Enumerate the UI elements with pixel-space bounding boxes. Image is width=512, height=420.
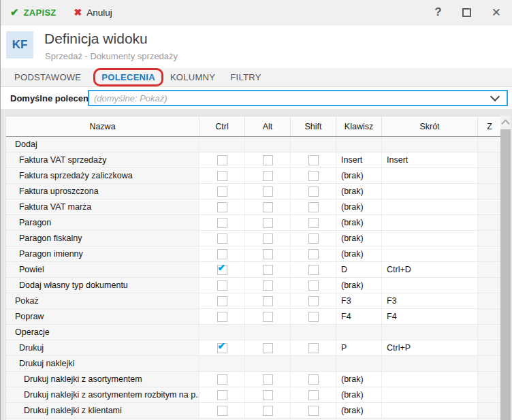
close-icon[interactable]: ✕ <box>492 7 501 18</box>
vertical-scrollbar[interactable] <box>500 116 511 420</box>
shift-cell[interactable] <box>290 184 336 199</box>
help-button[interactable]: ? <box>434 5 441 19</box>
table-row[interactable]: Faktura uproszczona(brak) <box>6 184 501 199</box>
ctrl-cell[interactable] <box>199 325 244 340</box>
z-cell[interactable] <box>477 387 501 402</box>
z-cell[interactable] <box>477 215 501 230</box>
alt-cell[interactable] <box>244 199 290 214</box>
shift-checkbox[interactable] <box>308 374 319 385</box>
shortcut-cell[interactable] <box>381 387 477 402</box>
alt-checkbox[interactable] <box>263 406 273 416</box>
ctrl-checkbox[interactable] <box>217 155 227 165</box>
shift-cell[interactable] <box>290 168 336 183</box>
ctrl-checkbox[interactable] <box>217 296 227 306</box>
table-row[interactable]: Dodaj własny typ dokumentu(brak) <box>6 278 501 293</box>
shift-cell[interactable] <box>290 278 336 293</box>
table-row[interactable]: Paragon imienny(brak) <box>6 246 501 262</box>
row-name-cell[interactable]: Powiel <box>6 262 199 277</box>
key-cell[interactable]: (brak) <box>336 215 381 230</box>
ctrl-cell[interactable]: ✔ <box>199 340 244 355</box>
alt-checkbox[interactable] <box>263 233 273 244</box>
z-cell[interactable] <box>477 356 501 371</box>
ctrl-checkbox[interactable] <box>217 312 227 322</box>
shift-cell[interactable] <box>290 231 336 246</box>
shift-checkbox[interactable] <box>308 406 319 416</box>
row-name-cell[interactable]: Paragon fiskalny <box>6 231 199 246</box>
alt-cell[interactable] <box>244 152 290 167</box>
ctrl-checkbox[interactable] <box>217 202 227 212</box>
alt-checkbox[interactable] <box>263 171 273 181</box>
key-cell[interactable]: (brak) <box>336 184 381 199</box>
z-cell[interactable] <box>477 262 501 277</box>
ctrl-checkbox[interactable] <box>217 218 227 228</box>
shift-cell[interactable] <box>290 215 336 230</box>
z-cell[interactable] <box>477 372 501 387</box>
z-cell[interactable] <box>477 340 501 355</box>
shortcut-cell[interactable] <box>381 231 477 246</box>
key-cell[interactable]: D <box>336 262 381 277</box>
shortcut-cell[interactable]: Ctrl+P <box>381 340 477 355</box>
table-row[interactable]: Paragon(brak) <box>6 215 501 231</box>
scroll-up-button[interactable] <box>500 116 511 128</box>
z-cell[interactable] <box>477 246 501 261</box>
shortcut-cell[interactable] <box>381 356 477 371</box>
ctrl-cell[interactable] <box>199 215 244 230</box>
row-name-cell[interactable]: Paragon imienny <box>6 246 199 261</box>
shift-checkbox[interactable] <box>308 296 319 306</box>
shift-cell[interactable] <box>290 309 336 324</box>
alt-cell[interactable] <box>244 325 290 340</box>
shift-cell[interactable] <box>290 152 336 167</box>
alt-checkbox[interactable] <box>263 343 273 353</box>
table-row[interactable]: Drukuj naklejki <box>6 356 501 372</box>
ctrl-checkbox[interactable] <box>217 233 227 244</box>
alt-cell[interactable] <box>244 372 290 387</box>
shift-checkbox[interactable] <box>308 343 319 353</box>
alt-checkbox[interactable] <box>263 374 273 385</box>
row-name-cell[interactable]: Dodaj <box>6 137 199 152</box>
save-button[interactable]: ✔ ZAPISZ <box>10 6 57 18</box>
table-row[interactable]: Drukuj naklejki z asortymentem rozbitym … <box>6 387 501 403</box>
key-cell[interactable]: F4 <box>336 309 381 324</box>
ctrl-checkbox[interactable]: ✔ <box>217 343 227 353</box>
alt-cell[interactable] <box>244 137 290 152</box>
ctrl-cell[interactable] <box>199 403 244 418</box>
alt-cell[interactable] <box>244 168 290 183</box>
shift-cell[interactable] <box>290 340 336 355</box>
tab-polecenia[interactable]: POLECENIA <box>100 72 157 82</box>
shortcut-cell[interactable] <box>381 137 477 152</box>
key-cell[interactable]: (brak) <box>336 246 381 261</box>
scrollbar-thumb[interactable] <box>500 129 511 420</box>
shortcut-cell[interactable] <box>381 168 477 183</box>
shortcut-cell[interactable] <box>381 246 477 261</box>
table-row[interactable]: Paragon fiskalny(brak) <box>6 231 501 246</box>
alt-checkbox[interactable] <box>263 202 273 212</box>
shift-checkbox[interactable] <box>308 171 319 181</box>
alt-checkbox[interactable] <box>263 187 273 197</box>
key-cell[interactable]: (brak) <box>336 231 381 246</box>
z-cell[interactable] <box>477 199 501 214</box>
table-row[interactable]: PokażF3F3 <box>6 293 501 309</box>
shortcut-cell[interactable]: F4 <box>381 309 477 324</box>
row-name-cell[interactable]: Drukuj naklejki z klientami <box>6 403 199 418</box>
ctrl-cell[interactable] <box>199 137 244 152</box>
alt-cell[interactable] <box>244 356 290 371</box>
column-header-shift[interactable]: Shift <box>290 116 336 136</box>
row-name-cell[interactable]: Faktura sprzedaży zaliczkowa <box>6 168 199 183</box>
z-cell[interactable] <box>477 293 501 308</box>
key-cell[interactable]: Insert <box>336 152 381 167</box>
ctrl-cell[interactable] <box>199 199 244 214</box>
ctrl-checkbox[interactable] <box>217 374 227 385</box>
shift-checkbox[interactable] <box>308 202 319 212</box>
table-row[interactable]: Faktura sprzedaży zaliczkowa(brak) <box>6 168 501 184</box>
row-name-cell[interactable]: Dodaj własny typ dokumentu <box>6 278 199 293</box>
row-name-cell[interactable]: Drukuj <box>6 340 199 355</box>
ctrl-checkbox[interactable] <box>217 187 227 197</box>
row-name-cell[interactable]: Popraw <box>6 309 199 324</box>
row-name-cell[interactable]: Faktura VAT marża <box>6 199 199 214</box>
alt-cell[interactable] <box>244 340 290 355</box>
ctrl-cell[interactable] <box>199 246 244 261</box>
column-header-ctrl[interactable]: Ctrl <box>199 116 244 136</box>
row-name-cell[interactable]: Faktura VAT sprzedaży <box>6 152 199 167</box>
alt-cell[interactable] <box>244 278 290 293</box>
shortcut-cell[interactable] <box>381 184 477 199</box>
